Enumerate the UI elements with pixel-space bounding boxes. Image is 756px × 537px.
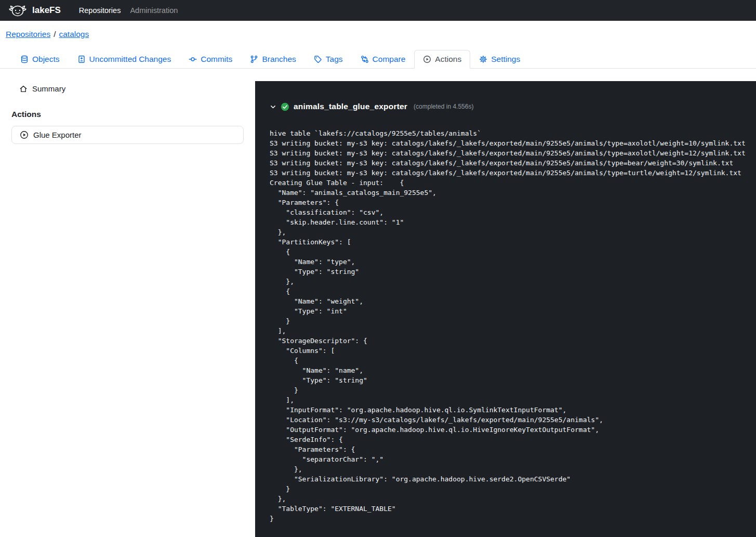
tab-settings[interactable]: Settings — [470, 50, 529, 69]
action-item-label: Glue Exporter — [33, 130, 82, 139]
lakefs-axolotl-logo-icon — [8, 4, 27, 17]
tab-compare[interactable]: Compare — [352, 50, 415, 69]
tab-branches[interactable]: Branches — [241, 50, 304, 69]
tab-label: Objects — [32, 55, 60, 64]
summary-label: Summary — [32, 84, 65, 93]
summary-link[interactable]: Summary — [11, 81, 73, 96]
collapse-chevron-icon[interactable] — [270, 103, 276, 110]
nav-item-repositories[interactable]: Repositories — [74, 6, 126, 15]
tab-label: Compare — [373, 55, 406, 64]
repo-tab-bar: Objects Uncommitted Changes Commits — [0, 50, 756, 69]
tab-label: Settings — [491, 55, 520, 64]
actions-page-content: Summary Actions Glue Exporter — [0, 69, 756, 537]
compare-icon — [361, 55, 369, 63]
tab-commits[interactable]: Commits — [180, 50, 241, 69]
home-icon — [19, 85, 28, 93]
tag-icon — [314, 55, 322, 63]
tab-label: Tags — [326, 55, 343, 64]
file-diff-icon — [77, 55, 86, 63]
tab-objects[interactable]: Objects — [11, 50, 69, 69]
actions-heading: Actions — [11, 110, 244, 119]
run-title: animals_table_glue_exporter — [294, 102, 407, 111]
run-log: hive table `lakefs://catalogs/9255e5/tab… — [270, 128, 741, 523]
run-duration: (completed in 4.556s) — [414, 103, 473, 110]
nav-item-administration[interactable]: Administration — [125, 6, 182, 15]
actions-sidebar: Summary Actions Glue Exporter — [0, 81, 255, 537]
tab-label: Actions — [435, 55, 461, 64]
database-icon — [20, 55, 29, 63]
tab-actions[interactable]: Actions — [414, 50, 470, 69]
tab-label: Uncommitted Changes — [89, 55, 171, 64]
tab-uncommitted-changes[interactable]: Uncommitted Changes — [69, 50, 180, 69]
success-check-icon — [281, 102, 289, 111]
brand-name: lakeFS — [32, 5, 61, 16]
action-item-glue-exporter[interactable]: Glue Exporter — [12, 126, 243, 143]
gear-icon — [479, 55, 487, 63]
commit-icon — [189, 55, 197, 63]
breadcrumb-link-catalogs[interactable]: catalogs — [59, 30, 89, 38]
action-run-panel: animals_table_glue_exporter (completed i… — [255, 81, 756, 537]
tab-tags[interactable]: Tags — [305, 50, 352, 69]
breadcrumb: Repositories/catalogs — [0, 21, 756, 39]
run-header: animals_table_glue_exporter (completed i… — [270, 102, 741, 111]
play-circle-icon — [20, 130, 29, 139]
top-navbar: lakeFS Repositories Administration — [0, 0, 756, 21]
play-icon — [423, 55, 431, 63]
action-list: Glue Exporter — [11, 126, 244, 144]
brand-link[interactable]: lakeFS — [8, 4, 61, 17]
breadcrumb-link-repositories[interactable]: Repositories — [6, 30, 50, 38]
breadcrumb-separator: / — [50, 30, 59, 38]
branch-icon — [250, 55, 258, 63]
tab-label: Branches — [262, 55, 296, 64]
tab-label: Commits — [201, 55, 232, 64]
